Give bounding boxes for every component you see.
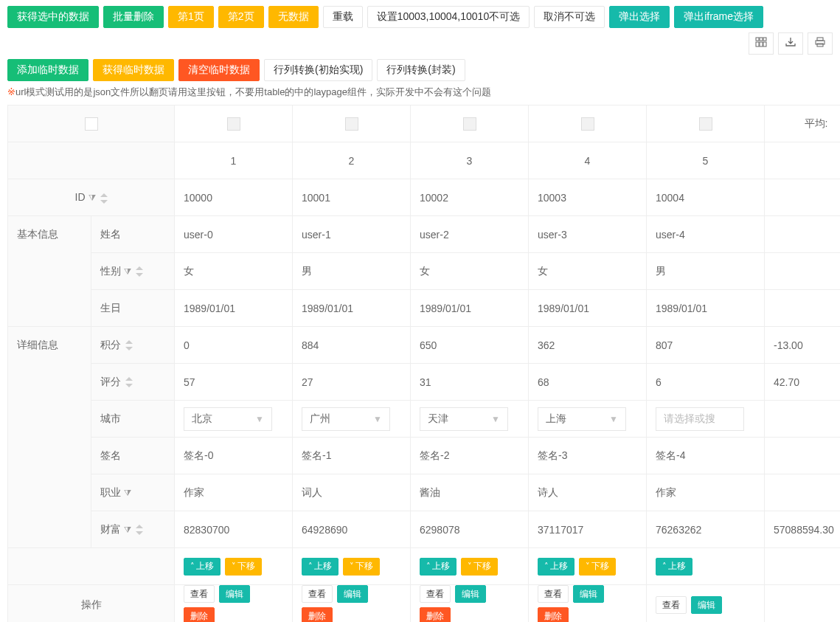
cell-id: 10004: [647, 179, 765, 216]
view-button[interactable]: 查看: [184, 585, 215, 603]
city-select[interactable]: 天津▼: [420, 407, 508, 431]
edit-button[interactable]: 编辑: [455, 585, 486, 603]
popup-select-button[interactable]: 弹出选择: [609, 6, 670, 28]
label-job[interactable]: 职业⧩: [91, 474, 175, 511]
cell-sex: 女: [529, 253, 647, 290]
city-select[interactable]: 上海▼: [538, 407, 626, 431]
view-button[interactable]: 查看: [420, 585, 451, 603]
city-select[interactable]: 请选择或搜: [656, 407, 744, 431]
cell-job: 酱油: [411, 474, 529, 511]
move-up-button[interactable]: ˄上移: [302, 558, 339, 576]
export-icon[interactable]: [778, 32, 803, 55]
col-checkbox[interactable]: [699, 117, 712, 131]
label-birthday: 生日: [91, 290, 175, 327]
batch-delete-button[interactable]: 批量删除: [103, 6, 164, 28]
cell-wealth: 82830700: [175, 511, 293, 548]
cell-rating: 68: [529, 364, 647, 401]
delete-button[interactable]: 删除: [420, 607, 451, 622]
svg-rect-1: [760, 38, 763, 41]
sort-icon[interactable]: [136, 525, 143, 535]
filter-icon[interactable]: ⧩: [124, 488, 131, 498]
col-number: 1: [175, 142, 293, 179]
label-rating[interactable]: 评分: [91, 364, 175, 401]
id-header[interactable]: ID⧩: [8, 179, 175, 216]
cell-sex: 女: [411, 253, 529, 290]
cell-job: 作家: [175, 474, 293, 511]
view-button[interactable]: 查看: [656, 596, 687, 614]
move-up-button[interactable]: ˄上移: [656, 558, 693, 576]
col-checkbox[interactable]: [345, 117, 358, 131]
edit-button[interactable]: 编辑: [691, 596, 722, 614]
sort-icon[interactable]: [100, 193, 108, 204]
get-temp-button[interactable]: 获得临时数据: [93, 59, 174, 81]
cell-job: 词人: [293, 474, 411, 511]
col-transform-wrap-button[interactable]: 行列转换(封装): [377, 59, 465, 81]
cell-score: 650: [411, 327, 529, 364]
sort-icon[interactable]: [125, 340, 133, 350]
cell-id: 10001: [293, 179, 411, 216]
operate-header: 操作: [8, 585, 175, 623]
edit-button[interactable]: 编辑: [573, 585, 604, 603]
col-checkbox[interactable]: [581, 117, 594, 131]
get-checked-button[interactable]: 获得选中的数据: [7, 6, 99, 28]
move-up-button[interactable]: ˄上移: [184, 558, 221, 576]
cancel-disabled-button[interactable]: 取消不可选: [534, 6, 605, 28]
columns-icon[interactable]: [749, 32, 774, 55]
avg-rating: 42.70: [765, 364, 841, 401]
popup-iframe-button[interactable]: 弹出iframe选择: [674, 6, 763, 28]
city-select[interactable]: 北京▼: [184, 407, 272, 431]
sort-icon[interactable]: [136, 266, 143, 277]
cell-job: 作家: [647, 474, 765, 511]
cell-wealth: 64928690: [293, 511, 411, 548]
col-number: 5: [647, 142, 765, 179]
edit-button[interactable]: 编辑: [337, 585, 368, 603]
delete-button[interactable]: 删除: [302, 607, 333, 622]
avg-wealth: 57088594.30: [765, 511, 841, 548]
move-down-button[interactable]: ˅下移: [579, 558, 616, 576]
cell-rating: 6: [647, 364, 765, 401]
col-checkbox[interactable]: [463, 117, 476, 131]
move-up-button[interactable]: ˄上移: [420, 558, 457, 576]
reload-button[interactable]: 重载: [323, 6, 363, 28]
label-wealth[interactable]: 财富⧩: [91, 511, 175, 548]
view-button[interactable]: 查看: [538, 585, 569, 603]
filter-icon[interactable]: ⧩: [88, 193, 96, 203]
cell-rating: 27: [293, 364, 411, 401]
move-down-button[interactable]: ˅下移: [343, 558, 380, 576]
cell-rating: 57: [175, 364, 293, 401]
cell-username: user-3: [529, 216, 647, 253]
print-icon[interactable]: [808, 32, 833, 55]
sort-icon[interactable]: [125, 377, 133, 387]
page1-button[interactable]: 第1页: [168, 6, 214, 28]
label-name: 姓名: [91, 216, 175, 253]
cell-sign: 签名-1: [293, 438, 411, 474]
view-button[interactable]: 查看: [302, 585, 333, 603]
filter-icon[interactable]: ⧩: [124, 525, 131, 535]
edit-button[interactable]: 编辑: [219, 585, 250, 603]
cell-birthday: 1989/01/01: [175, 290, 293, 327]
label-sex[interactable]: 性别⧩: [91, 253, 175, 290]
cell-score: 807: [647, 327, 765, 364]
delete-button[interactable]: 删除: [538, 607, 569, 622]
no-data-button[interactable]: 无数据: [268, 6, 319, 28]
col-number: 3: [411, 142, 529, 179]
page2-button[interactable]: 第2页: [218, 6, 264, 28]
move-down-button[interactable]: ˅下移: [225, 558, 262, 576]
move-up-button[interactable]: ˄上移: [538, 558, 575, 576]
add-temp-button[interactable]: 添加临时数据: [7, 59, 88, 81]
filter-icon[interactable]: ⧩: [124, 266, 131, 277]
label-score[interactable]: 积分: [91, 327, 175, 364]
svg-rect-0: [756, 38, 759, 41]
col-transform-raw-button[interactable]: 行列转换(初始实现): [264, 59, 372, 81]
cell-score: 884: [293, 327, 411, 364]
cell-id: 10000: [175, 179, 293, 216]
move-down-button[interactable]: ˅下移: [461, 558, 498, 576]
select-all-checkbox[interactable]: [85, 117, 98, 131]
clear-temp-button[interactable]: 清空临时数据: [178, 59, 260, 81]
city-select[interactable]: 广州▼: [302, 407, 390, 431]
set-disabled-button[interactable]: 设置10003,10004,10010不可选: [367, 6, 530, 28]
col-checkbox[interactable]: [227, 117, 240, 131]
cell-score: 362: [529, 327, 647, 364]
delete-button[interactable]: 删除: [184, 607, 215, 622]
cell-id: 10002: [411, 179, 529, 216]
